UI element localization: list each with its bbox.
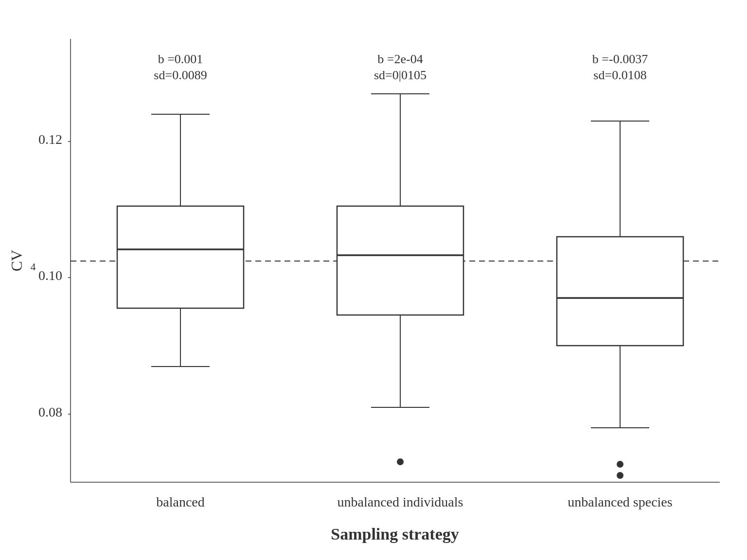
annotation-sd-3: sd=0.0108 (593, 68, 646, 82)
y-tick-010: 0.10 (38, 268, 62, 283)
y-axis-subscript: 4 (31, 261, 36, 273)
annotation-b-2: b =2e-04 (377, 52, 423, 66)
annotation-b-3: b =-0.0037 (592, 52, 648, 66)
outlier-2 (397, 458, 404, 465)
chart-container: 0.08 0.10 0.12 CV 4 (0, 0, 747, 560)
annotation-sd-1: sd=0.0089 (154, 68, 207, 82)
x-label-unbalanced-ind: unbalanced individuals (338, 494, 463, 509)
x-axis-label: Sampling strategy (331, 525, 459, 543)
outlier-3a (617, 461, 623, 468)
y-tick-012: 0.12 (38, 132, 62, 147)
svg-rect-16 (337, 206, 463, 315)
y-tick-008: 0.08 (38, 404, 62, 420)
x-label-unbalanced-sp: unbalanced species (568, 494, 672, 509)
y-axis-label: CV (8, 250, 25, 271)
svg-rect-10 (117, 206, 244, 308)
svg-rect-22 (557, 237, 683, 346)
x-label-balanced: balanced (156, 494, 205, 509)
annotation-b-1: b =0.001 (158, 52, 203, 66)
outlier-3b (617, 472, 623, 479)
annotation-sd-2: sd=0|0105 (374, 68, 427, 82)
